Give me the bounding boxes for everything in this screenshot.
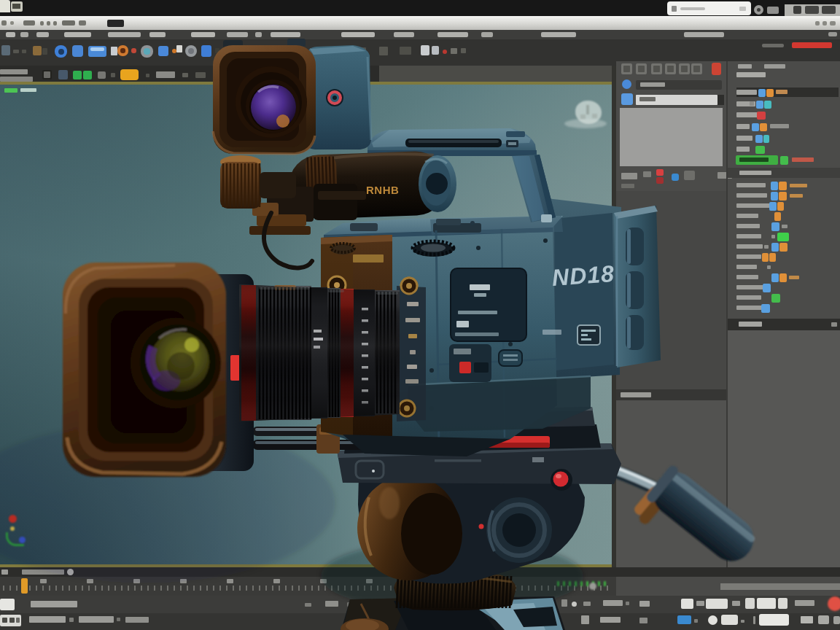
svg-text:RNHB: RNHB — [366, 184, 399, 196]
svg-text:ND18: ND18 — [551, 260, 615, 291]
